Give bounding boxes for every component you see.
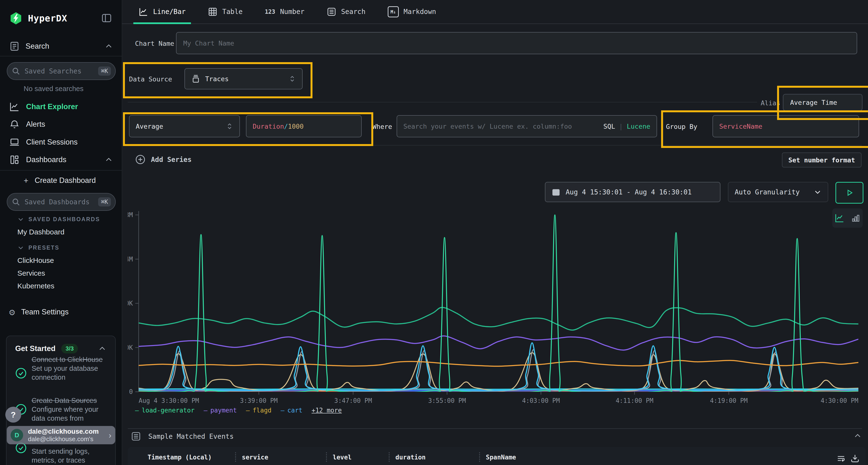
play-icon	[845, 189, 854, 197]
lucene-mode-toggle[interactable]: Lucene	[627, 123, 650, 130]
svg-text:Aug 4 3:30:00 PM: Aug 4 3:30:00 PM	[138, 397, 199, 404]
chevron-right-icon: ›	[109, 431, 112, 440]
alias-input[interactable]	[783, 94, 863, 111]
tab-line-bar[interactable]: Line/Bar	[138, 0, 186, 23]
table-icon	[208, 7, 217, 16]
column-separator[interactable]	[479, 452, 480, 462]
cmd-k-shortcut: ⌘K	[98, 197, 111, 206]
column-header-spanname[interactable]: SpanName	[486, 454, 516, 461]
sidebar-item-dashboards[interactable]: Dashboards	[9, 153, 113, 166]
collapse-sidebar-icon[interactable]	[101, 12, 112, 24]
svg-text:4:19:00 PM: 4:19:00 PM	[710, 397, 748, 404]
help-button[interactable]: ?	[5, 407, 21, 423]
column-header-timestamp[interactable]: Timestamp (Local)	[148, 454, 212, 461]
chevron-down-icon	[18, 216, 24, 223]
search-icon	[11, 198, 20, 206]
svg-text:1.4M: 1.4M	[128, 256, 133, 263]
column-separator[interactable]	[326, 452, 327, 462]
svg-text:4:30:00 PM: 4:30:00 PM	[820, 397, 858, 404]
legend-item[interactable]: — payment	[204, 407, 237, 414]
column-header-service[interactable]: service	[242, 454, 268, 461]
svg-text:3:39:00 PM: 3:39:00 PM	[240, 397, 278, 404]
number-123-icon: 123	[265, 8, 275, 15]
sidebar-item-chart-explorer[interactable]: Chart Explorer	[9, 100, 78, 113]
sidebar-item-my-dashboard[interactable]: My Dashboard	[18, 228, 64, 236]
sidebar: HyperDX Search Saved Searches ⌘K No save…	[0, 0, 122, 465]
sidebar-item-services[interactable]: Services	[18, 269, 45, 277]
chevron-up-icon[interactable]	[98, 344, 106, 353]
where-placeholder: Search your events w/ Lucene ex. column:…	[403, 123, 572, 130]
download-icon[interactable]	[850, 453, 860, 463]
set-number-format-button[interactable]: Set number format	[782, 153, 862, 167]
list-icon	[131, 431, 141, 441]
sql-mode-toggle[interactable]: SQL	[603, 123, 615, 130]
saved-dashboards-input[interactable]: Saved Dashboards ⌘K	[7, 193, 116, 211]
tab-table[interactable]: Table	[208, 0, 243, 23]
group-by-label: Group By	[666, 123, 697, 130]
laptop-icon	[9, 137, 20, 147]
chart-name-field[interactable]	[183, 39, 850, 47]
run-query-button[interactable]	[835, 182, 863, 204]
data-source-box-icon	[191, 74, 200, 84]
tab-number[interactable]: 123 Number	[265, 0, 305, 23]
column-header-level[interactable]: level	[333, 454, 351, 461]
sidebar-item-clickhouse[interactable]: ClickHouse	[18, 256, 54, 265]
legend-item[interactable]: — load-generator	[135, 407, 194, 414]
check-circle-icon	[15, 367, 27, 379]
logo[interactable]: HyperDX	[9, 11, 67, 25]
column-header-duration[interactable]: duration	[396, 454, 426, 461]
group-by-input[interactable]: ServiceName	[712, 115, 859, 137]
list-icon	[327, 7, 336, 16]
add-series-button[interactable]: Add Series	[135, 154, 192, 165]
hyperdx-logo-icon	[9, 11, 23, 25]
line-chart-toggle-icon[interactable]	[835, 213, 845, 223]
tab-markdown[interactable]: M↓ Markdown	[388, 0, 436, 23]
divider	[0, 170, 122, 171]
alias-field[interactable]	[789, 99, 856, 106]
chevron-up-icon	[105, 42, 113, 51]
search-section-header[interactable]: Search	[9, 41, 113, 52]
legend-item[interactable]: — cart	[281, 407, 302, 414]
calendar-icon	[552, 188, 560, 196]
collapse-section-icon[interactable]	[854, 432, 862, 440]
granularity-select[interactable]: Auto Granularity	[728, 182, 828, 202]
timeseries-chart[interactable]: 0450K900K1.4M1.8MAug 4 3:30:00 PM3:39:00…	[128, 207, 868, 407]
bar-chart-toggle-icon[interactable]	[851, 213, 861, 223]
sidebar-item-kubernetes[interactable]: Kubernetes	[18, 282, 54, 290]
presets-group[interactable]: PRESETS	[18, 244, 59, 251]
legend-more-link[interactable]: +12 more	[311, 407, 342, 414]
get-started-card: Get Started 3/3 Connect to ClickHouse Se…	[6, 336, 116, 465]
chart-name-label: Chart Name	[135, 40, 174, 47]
tab-search[interactable]: Search	[327, 0, 366, 23]
data-source-select[interactable]: Traces	[184, 68, 303, 89]
sidebar-item-alerts[interactable]: Alerts	[9, 118, 45, 131]
sidebar-item-client-sessions[interactable]: Client Sessions	[9, 136, 78, 148]
where-input[interactable]: Search your events w/ Lucene ex. column:…	[397, 115, 657, 137]
dashboard-icon	[9, 155, 20, 165]
column-separator[interactable]	[389, 452, 390, 462]
svg-text:4:11:00 PM: 4:11:00 PM	[616, 397, 653, 404]
date-range-input[interactable]: Aug 4 15:30:01 - Aug 4 16:30:01	[545, 182, 720, 202]
get-started-item[interactable]: Connect to ClickHouse Set up your databa…	[32, 355, 109, 382]
svg-text:4:03:00 PM: 4:03:00 PM	[522, 397, 560, 404]
plus-icon: +	[24, 176, 28, 185]
saved-searches-input[interactable]: Saved Searches ⌘K	[7, 62, 116, 80]
divider	[0, 56, 122, 56]
chart-type-tabbar: Line/Bar Table 123 Number Search M↓ Mark…	[122, 0, 868, 24]
get-started-item[interactable]: Start sending logs, metrics, or traces	[32, 447, 111, 465]
legend-item[interactable]: — flagd	[246, 407, 272, 414]
wrap-lines-icon[interactable]	[836, 454, 846, 463]
sample-events-header[interactable]: Sample Matched Events	[131, 431, 234, 441]
field-expression-input[interactable]: Duration/1000	[246, 115, 362, 137]
get-started-progress-badge: 3/3	[61, 344, 78, 354]
saved-dashboards-group[interactable]: SAVED DASHBOARDS	[18, 216, 100, 223]
aggregation-select[interactable]: Average	[129, 115, 240, 137]
create-dashboard-button[interactable]: + Create Dashboard	[24, 174, 96, 187]
cmd-k-shortcut: ⌘K	[98, 66, 111, 76]
sidebar-item-team-settings[interactable]: ⚙ Team Settings	[9, 305, 69, 319]
column-separator[interactable]	[235, 452, 236, 462]
user-menu[interactable]: D dale@clickhouse.com dale@clickhouse.co…	[7, 426, 115, 444]
chart-name-input[interactable]	[176, 32, 857, 54]
saved-searches-placeholder: Saved Searches	[25, 67, 94, 75]
get-started-item[interactable]: Create Data Sources Configure where your…	[32, 396, 111, 423]
